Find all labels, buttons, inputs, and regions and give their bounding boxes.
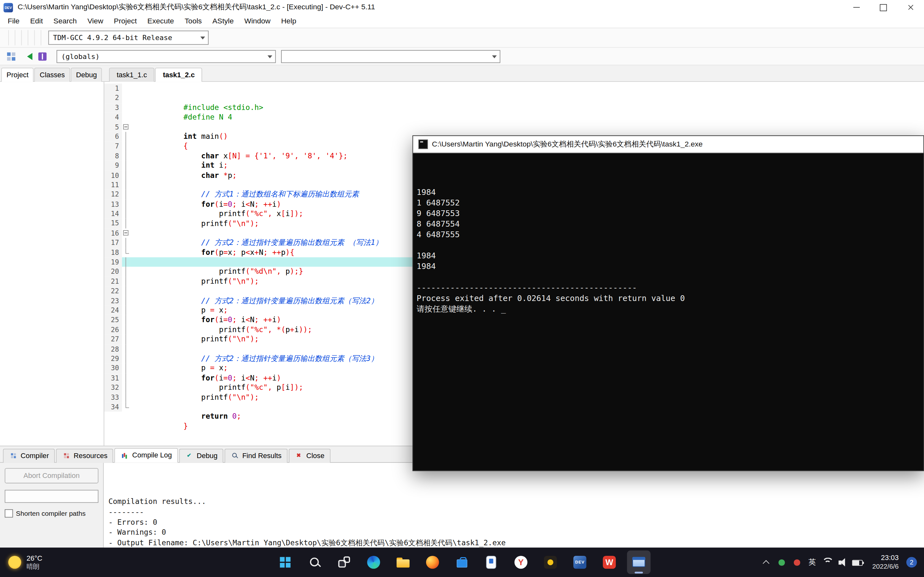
- menu-item[interactable]: AStyle: [207, 15, 239, 27]
- line-number[interactable]: 19: [104, 258, 122, 267]
- line-number[interactable]: 7: [104, 141, 122, 151]
- line-number[interactable]: 30: [104, 364, 122, 373]
- menu-item[interactable]: Help: [276, 15, 302, 27]
- tab-task1-1-c[interactable]: task1_1.c: [109, 68, 155, 82]
- menu-item[interactable]: File: [2, 15, 25, 27]
- globals-select[interactable]: (globals): [57, 50, 276, 63]
- line-number[interactable]: 17: [104, 238, 122, 247]
- taskbar-search-button[interactable]: [303, 550, 326, 574]
- menu-item[interactable]: Execute: [142, 15, 179, 27]
- line-number[interactable]: 21: [104, 277, 122, 286]
- code-line[interactable]: 4 int main(): [104, 113, 924, 122]
- line-number[interactable]: 11: [104, 180, 122, 190]
- fold-margin[interactable]: [122, 190, 130, 199]
- line-number[interactable]: 14: [104, 209, 122, 219]
- shorten-paths-option[interactable]: Shorten compiler paths: [5, 509, 99, 518]
- fold-margin[interactable]: [122, 277, 130, 286]
- taskbar-console-button[interactable]: [627, 550, 650, 574]
- taskbar-devcpp-button[interactable]: [568, 550, 591, 574]
- fold-margin[interactable]: [122, 228, 130, 238]
- class-browser-icon[interactable]: [35, 49, 51, 63]
- volume-icon[interactable]: [835, 550, 851, 574]
- menu-item[interactable]: Search: [48, 15, 82, 27]
- fold-margin[interactable]: [122, 161, 130, 171]
- line-number[interactable]: 9: [104, 161, 122, 171]
- line-number[interactable]: 24: [104, 306, 122, 315]
- fold-margin[interactable]: [122, 141, 130, 151]
- menu-item[interactable]: Tools: [179, 15, 207, 27]
- fold-margin[interactable]: [122, 306, 130, 315]
- line-number[interactable]: 2: [104, 93, 122, 103]
- taskbar-task-view-button[interactable]: [333, 550, 356, 574]
- line-number[interactable]: 31: [104, 373, 122, 383]
- tab-classes[interactable]: Classes: [34, 68, 70, 82]
- fold-margin[interactable]: [122, 364, 130, 373]
- notification-badge[interactable]: 2: [906, 557, 917, 568]
- menu-item[interactable]: Project: [108, 15, 142, 27]
- fold-margin[interactable]: [122, 171, 130, 180]
- taskbar-clock[interactable]: 23:03 2022/6/6: [867, 553, 903, 571]
- members-select[interactable]: [281, 50, 500, 63]
- line-number[interactable]: 8: [104, 151, 122, 161]
- tab-resources[interactable]: Resources: [56, 449, 113, 463]
- line-number[interactable]: 13: [104, 199, 122, 209]
- taskbar-start-button[interactable]: [273, 550, 297, 574]
- fold-margin[interactable]: [122, 132, 130, 141]
- tab-compiler[interactable]: Compiler: [3, 449, 55, 463]
- line-number[interactable]: 28: [104, 344, 122, 354]
- taskbar-cards-button[interactable]: [480, 550, 503, 574]
- shorten-paths-checkbox[interactable]: [5, 509, 13, 518]
- minimize-button[interactable]: [843, 0, 870, 15]
- fold-margin[interactable]: [122, 373, 130, 383]
- line-number[interactable]: 15: [104, 219, 122, 228]
- tab-find-results[interactable]: Find Results: [225, 449, 288, 463]
- maximize-button[interactable]: [870, 0, 897, 15]
- taskbar-y-app-button[interactable]: [509, 550, 533, 574]
- compiler-select[interactable]: TDM-GCC 4.9.2 64-bit Release: [48, 31, 209, 45]
- fold-margin[interactable]: [122, 180, 130, 190]
- fold-margin[interactable]: [122, 296, 130, 306]
- code-line[interactable]: 5 {: [104, 122, 924, 132]
- line-number[interactable]: 3: [104, 103, 122, 113]
- taskbar-explorer-button[interactable]: [391, 550, 415, 574]
- line-number[interactable]: 23: [104, 296, 122, 306]
- wifi-icon[interactable]: [820, 550, 835, 574]
- fold-margin[interactable]: [122, 402, 130, 412]
- fold-margin[interactable]: [122, 392, 130, 402]
- line-number[interactable]: 16: [104, 228, 122, 238]
- taskbar-game-button[interactable]: [539, 550, 562, 574]
- menu-item[interactable]: Edit: [25, 15, 48, 27]
- menu-item[interactable]: View: [82, 15, 108, 27]
- fold-margin[interactable]: [122, 325, 130, 334]
- line-number[interactable]: 29: [104, 354, 122, 364]
- line-number[interactable]: 25: [104, 315, 122, 325]
- line-number[interactable]: 12: [104, 190, 122, 199]
- tray-red-app-icon[interactable]: [789, 550, 804, 574]
- taskbar-wps-button[interactable]: [598, 550, 621, 574]
- taskbar-firefox-button[interactable]: [421, 550, 444, 574]
- line-number[interactable]: 18: [104, 248, 122, 258]
- fold-margin[interactable]: [122, 219, 130, 228]
- weather-widget[interactable]: 26°C 晴朗: [0, 548, 51, 577]
- fold-margin[interactable]: [122, 267, 130, 277]
- fold-margin[interactable]: [122, 238, 130, 247]
- line-number[interactable]: 26: [104, 325, 122, 334]
- console-output[interactable]: 19841 64875529 64875538 64875544 6487555…: [413, 153, 924, 316]
- jump-to-declaration-icon[interactable]: [19, 49, 35, 63]
- close-button[interactable]: [897, 0, 924, 15]
- fold-margin[interactable]: [122, 209, 130, 219]
- line-number[interactable]: 27: [104, 335, 122, 344]
- line-number[interactable]: 20: [104, 267, 122, 277]
- fold-margin[interactable]: [122, 315, 130, 325]
- line-number[interactable]: 32: [104, 383, 122, 392]
- taskbar-store-button[interactable]: [450, 550, 473, 574]
- code-line[interactable]: 2 #define N 4: [104, 93, 924, 103]
- line-number[interactable]: 22: [104, 286, 122, 296]
- line-number[interactable]: 34: [104, 402, 122, 412]
- fold-margin[interactable]: [122, 335, 130, 344]
- console-title-bar[interactable]: C:\Users\Martin Yang\Desktop\实验6文档相关代码\实…: [413, 136, 924, 153]
- code-line[interactable]: 3: [104, 103, 924, 113]
- fold-margin[interactable]: [122, 248, 130, 258]
- class-structure-icon[interactable]: [3, 49, 19, 63]
- line-number[interactable]: 4: [104, 113, 122, 122]
